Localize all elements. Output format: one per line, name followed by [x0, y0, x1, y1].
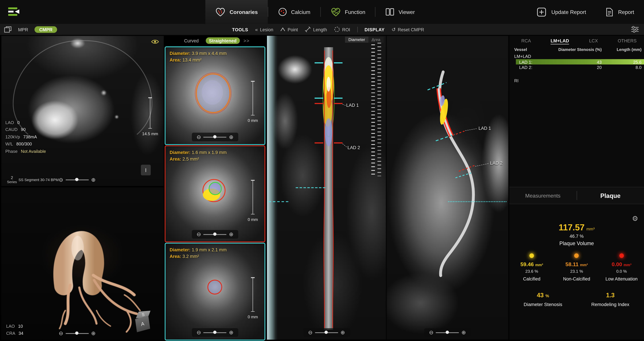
- curved-vessel-overlay: [386, 36, 508, 340]
- settings-gear-icon[interactable]: ⚙: [632, 214, 638, 223]
- curved-toggle[interactable]: Curved: [181, 37, 202, 44]
- expand-button[interactable]: >>: [244, 38, 250, 43]
- mpr-button[interactable]: MPR: [16, 26, 30, 32]
- app-menu-icon[interactable]: [8, 6, 20, 17]
- report-button[interactable]: Report: [606, 7, 634, 17]
- tab-rca[interactable]: RCA: [509, 38, 543, 43]
- zoom-knob[interactable]: [325, 330, 328, 334]
- zoom-knob[interactable]: [213, 135, 216, 138]
- zoom-out-icon[interactable]: ⊖: [196, 134, 201, 140]
- tab-area[interactable]: Area: [368, 36, 384, 43]
- zoom-knob[interactable]: [213, 232, 216, 236]
- tab-measurements[interactable]: Measurements: [509, 192, 576, 198]
- zoom-out-icon[interactable]: ⊖: [196, 330, 201, 335]
- zoom-in-icon[interactable]: ⊕: [229, 232, 234, 237]
- cross-section-mode-toggle: Curved Straightened >>: [164, 36, 266, 45]
- length-tool-button[interactable]: Length: [305, 26, 327, 32]
- cross-section-panel-1[interactable]: Diameter: 3.9 mm x 4.4 mm Area: 13.4 mm²…: [164, 46, 265, 145]
- zoom-out-icon[interactable]: ⊖: [59, 330, 63, 336]
- point-tool-button[interactable]: Point: [280, 27, 298, 32]
- tab-viewer[interactable]: Viewer: [376, 0, 425, 24]
- zoom-track[interactable]: [66, 179, 89, 180]
- tab-lm-lad[interactable]: LM+LAD: [543, 38, 576, 43]
- zoom-knob[interactable]: [446, 330, 449, 334]
- lad1-marker-label[interactable]: LAD 1: [478, 126, 491, 130]
- straightened-toggle[interactable]: Straightened: [206, 37, 240, 44]
- tab-coronaries[interactable]: Coronaries: [205, 0, 268, 24]
- calcified-dot-icon: [530, 254, 534, 258]
- stenosis-value: 43: [548, 59, 602, 64]
- zoom-in-icon[interactable]: ⊕: [340, 330, 345, 335]
- straightened-vessel-view: Diameter Area LAD 1 LAD 2 ⊖ ⊕: [267, 36, 386, 340]
- lad2-marker-label[interactable]: LAD 2: [348, 145, 360, 150]
- zoom-out-icon[interactable]: ⊖: [308, 330, 312, 335]
- stenosis-label: Diameter Stenosis: [509, 302, 577, 307]
- tab-calcium[interactable]: Calcium: [268, 0, 320, 24]
- zoom-slider[interactable]: ⊖ ⊕: [429, 330, 466, 335]
- lad1-marker-label[interactable]: LAD 1: [346, 103, 359, 108]
- table-row-lad1[interactable]: LAD 1: 43 25.6: [516, 59, 644, 64]
- stenosis-unit: %: [546, 294, 549, 298]
- zoom-knob[interactable]: [213, 330, 216, 334]
- tab-plaque[interactable]: Plaque: [577, 192, 644, 199]
- zoom-out-icon[interactable]: ⊖: [59, 177, 63, 182]
- cross-section-panel-2[interactable]: Diameter: 1.6 mm x 1.9 mm Area: 2.5 mm² …: [164, 146, 265, 242]
- zoom-track[interactable]: [204, 136, 226, 138]
- zoom-track[interactable]: [66, 333, 89, 334]
- zoom-out-icon[interactable]: ⊖: [429, 330, 434, 335]
- cross-section-panel-3[interactable]: Diameter: 1.9 mm x 2.1 mm Area: 3.2 mm² …: [164, 243, 265, 340]
- zoom-slider[interactable]: ⊖ ⊕: [59, 330, 96, 336]
- diameter-stenosis-stat: 43 % Diameter Stenosis: [509, 292, 577, 307]
- plaque-total-percent: 46.7 %: [509, 234, 644, 238]
- zoom-in-icon[interactable]: ⊕: [91, 330, 96, 336]
- zoom-slider[interactable]: ⊖ ⊕: [308, 330, 345, 335]
- tab-others[interactable]: OTHERS: [610, 38, 644, 43]
- tab-lcx[interactable]: LCX: [576, 38, 610, 43]
- view-toolbar: MPR CMPR TOOLS « Lesion Point Length: [0, 24, 644, 36]
- component-non-calcified: 58.11 mm³ 23.1 % Non-Calcified: [554, 254, 599, 281]
- update-report-button[interactable]: Update Report: [537, 7, 586, 17]
- tab-function[interactable]: Function: [321, 0, 375, 24]
- tab-label: Calcium: [291, 9, 310, 15]
- zoom-slider[interactable]: ⊖ ⊕: [196, 232, 234, 237]
- zoom-out-icon[interactable]: ⊖: [196, 232, 201, 237]
- curved-mpr-view: LAD 1 LAD 2 ⊖ ⊕: [386, 36, 508, 340]
- zoom-slider[interactable]: ⊖ ⊕: [196, 330, 234, 335]
- zoom-knob[interactable]: [75, 332, 79, 335]
- zoom-in-icon[interactable]: ⊕: [229, 134, 234, 140]
- orientation-cube[interactable]: S A: [134, 310, 155, 334]
- reference-line: [268, 201, 288, 202]
- function-mesh-heart-icon: [330, 7, 341, 17]
- zoom-knob[interactable]: [75, 178, 79, 181]
- findings-panel: RCA LM+LAD LCX OTHERS Vessel Diameter St…: [509, 36, 644, 340]
- zoom-slider[interactable]: ⊖ ⊕: [59, 177, 96, 182]
- visibility-eye-icon[interactable]: [151, 39, 159, 44]
- lesion-tool-button[interactable]: « Lesion: [255, 26, 273, 32]
- zoom-slider[interactable]: ⊖ ⊕: [196, 134, 234, 140]
- layout-panes-icon[interactable]: [4, 26, 12, 33]
- zoom-track[interactable]: [315, 332, 338, 333]
- zoom-in-icon[interactable]: ⊕: [91, 177, 96, 182]
- reference-line: [448, 201, 506, 202]
- zoom-track[interactable]: [204, 234, 226, 235]
- vessel-tabs: RCA LM+LAD LCX OTHERS: [509, 36, 644, 46]
- update-report-label: Update Report: [551, 9, 586, 15]
- calcium-icon: [278, 8, 287, 16]
- lesion-icon: «: [255, 26, 258, 32]
- roi-tool-button[interactable]: ROI: [334, 26, 350, 32]
- display-settings-icon[interactable]: [631, 26, 639, 33]
- ri-label: RI: [509, 78, 644, 83]
- zoom-in-icon[interactable]: ⊕: [229, 330, 234, 335]
- zoom-track[interactable]: [436, 332, 459, 333]
- lesion-label: Lesion: [260, 27, 273, 32]
- zoom-track[interactable]: [204, 332, 226, 333]
- cmpr-button[interactable]: CMPR: [35, 26, 57, 32]
- orientation-marker-box[interactable]: I: [141, 164, 151, 176]
- reset-cmpr-button[interactable]: ↺ Reset CMPR: [392, 26, 424, 32]
- lad2-marker-label[interactable]: LAD 2: [490, 160, 502, 166]
- series-indicator: 2 Series: [7, 176, 17, 184]
- table-row-lad2[interactable]: LAD 2: 20 8.0: [509, 64, 644, 70]
- zoom-in-icon[interactable]: ⊕: [462, 330, 466, 335]
- tab-diameter[interactable]: Diameter: [345, 36, 368, 43]
- scale-label: 0 mm: [248, 217, 258, 222]
